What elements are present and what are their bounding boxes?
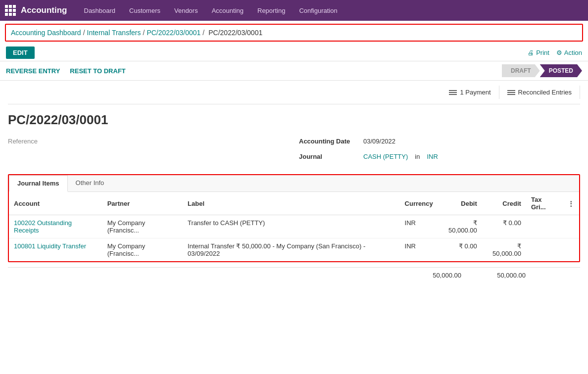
breadcrumb-sep-3: / [202, 29, 204, 37]
breadcrumb-sep-2: / [143, 29, 145, 37]
breadcrumb-sep-1: / [83, 29, 85, 37]
nav-customers[interactable]: Customers [122, 0, 167, 21]
total-debit: 50,000.00 [417, 272, 461, 279]
row1-more [563, 215, 579, 238]
reset-to-draft-button[interactable]: RESET TO DRAFT [70, 67, 125, 75]
nav-accounting[interactable]: Accounting [205, 0, 250, 21]
col-label: Label [183, 192, 399, 215]
print-label: Print [536, 49, 549, 56]
journal-in: in [415, 153, 420, 160]
row1-currency: INR [400, 215, 438, 238]
status-draft[interactable]: DRAFT [502, 64, 540, 77]
reverse-entry-button[interactable]: REVERSE ENTRY [6, 67, 60, 75]
row1-taxgrid [526, 215, 563, 238]
reference-row: Reference [8, 138, 289, 145]
lines-icon-2 [507, 90, 515, 95]
totals-row: 50,000.00 50,000.00 [8, 267, 580, 283]
journal-items-table: Account Partner Label Currency Debit Cre… [9, 192, 579, 261]
row2-credit: ₹ 50,000.00 [482, 238, 526, 262]
col-taxgrid: Tax Gri... [526, 192, 563, 215]
print-button[interactable]: Print [528, 49, 549, 56]
tab-journal-items[interactable]: Journal Items [9, 175, 68, 192]
col-currency: Currency [400, 192, 438, 215]
breadcrumb-current: PC/2022/03/0001 [208, 29, 262, 37]
reconciled-entries-button[interactable]: Reconciled Entries [499, 86, 580, 99]
nav-dashboard[interactable]: Dashboard [77, 0, 123, 21]
main-content: 1 Payment Reconciled Entries PC/2022/03/… [0, 81, 588, 288]
col-account: Account [9, 192, 102, 215]
action-label: Action [564, 49, 582, 56]
table-header-row: Account Partner Label Currency Debit Cre… [9, 192, 579, 215]
form-fields: Reference Accounting Date 03/09/2022 Jou… [8, 138, 580, 164]
edit-button[interactable]: EDIT [6, 47, 35, 59]
reconciled-label: Reconciled Entries [518, 89, 572, 96]
tabs-header: Journal Items Other Info [9, 175, 579, 192]
top-navigation: Accounting Dashboard Customers Vendors A… [0, 0, 588, 21]
row1-account[interactable]: 100202 Outstanding Receipts [9, 215, 102, 238]
app-grid-icon[interactable] [5, 5, 16, 16]
status-steps: DRAFT POSTED [502, 64, 582, 77]
table-row: 100202 Outstanding Receipts My Company (… [9, 215, 579, 238]
total-credit: 50,000.00 [481, 272, 526, 279]
print-icon [528, 49, 534, 56]
status-posted[interactable]: POSTED [540, 64, 582, 77]
payment-row: 1 Payment Reconciled Entries [8, 86, 580, 104]
journal-row: Journal CASH (PETTY) in INR [299, 153, 580, 160]
col-more: ⋮ [563, 192, 579, 215]
journal-label: Journal [299, 153, 358, 160]
accounting-date-label: Accounting Date [299, 138, 358, 145]
breadcrumb-internal-transfers[interactable]: Internal Transfers [87, 29, 141, 37]
row2-account[interactable]: 100801 Liquidity Transfer [9, 238, 102, 262]
breadcrumb-record-link[interactable]: PC/2022/03/0001 [147, 29, 200, 37]
form-title: PC/2022/03/0001 [8, 112, 580, 128]
form-left: Reference [8, 138, 289, 164]
col-debit: Debit [438, 192, 482, 215]
journal-currency[interactable]: INR [427, 153, 438, 160]
row1-credit: ₹ 0.00 [482, 215, 526, 238]
action-bar: REVERSE ENTRY RESET TO DRAFT DRAFT POSTE… [0, 61, 588, 81]
payment-label: 1 Payment [460, 89, 490, 96]
breadcrumb-accounting-dashboard[interactable]: Accounting Dashboard [11, 29, 81, 37]
nav-reporting[interactable]: Reporting [250, 0, 292, 21]
action-button[interactable]: Action [556, 49, 582, 56]
toolbar: EDIT Print Action [0, 45, 588, 61]
nav-vendors[interactable]: Vendors [167, 0, 205, 21]
brand-logo: Accounting [21, 5, 67, 15]
row2-label: Internal Transfer ₹ 50,000.00 - My Compa… [183, 238, 399, 262]
gear-icon [556, 49, 562, 56]
col-credit: Credit [482, 192, 526, 215]
accounting-date-value: 03/09/2022 [363, 138, 395, 145]
breadcrumb: Accounting Dashboard / Internal Transfer… [5, 24, 583, 42]
table-row: 100801 Liquidity Transfer My Company (Fr… [9, 238, 579, 262]
tab-other-info[interactable]: Other Info [68, 175, 112, 192]
row2-more [563, 238, 579, 262]
journal-value[interactable]: CASH (PETTY) [363, 153, 408, 160]
accounting-date-row: Accounting Date 03/09/2022 [299, 138, 580, 145]
lines-icon [449, 90, 457, 95]
row2-currency: INR [400, 238, 438, 262]
row1-debit: ₹ 50,000.00 [438, 215, 482, 238]
form-right: Accounting Date 03/09/2022 Journal CASH … [299, 138, 580, 164]
row2-partner: My Company (Francisc... [102, 238, 183, 262]
col-partner: Partner [102, 192, 183, 215]
row2-taxgrid [526, 238, 563, 262]
toolbar-actions: Print Action [528, 49, 582, 56]
tabs-section: Journal Items Other Info Account Partner… [8, 174, 580, 262]
nav-configuration[interactable]: Configuration [292, 0, 344, 21]
status-bar: DRAFT POSTED [502, 64, 582, 77]
row1-partner: My Company (Francisc... [102, 215, 183, 238]
row2-debit: ₹ 0.00 [438, 238, 482, 262]
row1-label: Transfer to CASH (PETTY) [183, 215, 399, 238]
payment-button[interactable]: 1 Payment [441, 86, 499, 99]
reference-label: Reference [8, 138, 48, 145]
